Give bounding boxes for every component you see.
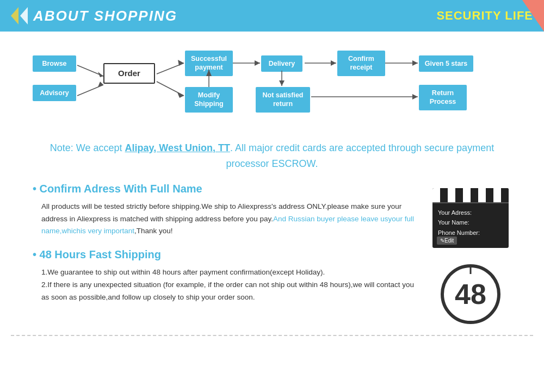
page-title: ABOUT SHOPPING <box>33 8 177 24</box>
svg-marker-17 <box>412 60 418 66</box>
note-section: Note: We accept Alipay, West Union, TT. … <box>0 129 544 177</box>
section2-body: 1.We guarantee to ship out within 48 hou… <box>33 266 419 304</box>
flow-diagram: Browse Advisory Order Successful payment… <box>33 48 511 119</box>
svg-line-6 <box>157 82 184 96</box>
payment-methods: Alipay, West Union, TT <box>125 142 230 153</box>
content-area: Confirm Adress With Full Name All produc… <box>0 177 544 329</box>
chevron-right-icon <box>20 7 28 24</box>
svg-marker-15 <box>331 60 336 66</box>
svg-line-2 <box>77 85 103 96</box>
clapper-edit-button[interactable]: ✎Edit <box>437 237 457 245</box>
right-visuals: Your Adress: Your Name: Phone Number: ✎E… <box>430 183 511 324</box>
brand-title: SECURITY LIFE <box>436 9 533 23</box>
note-text: Note: We accept Alipay, West Union, TT. … <box>33 140 511 172</box>
svg-marker-11 <box>255 60 260 66</box>
section1-title: Confirm Adress With Full Name <box>33 183 419 195</box>
section2-title: 48 Hours Fast Shipping <box>33 248 419 261</box>
flow-section: Browse Advisory Order Successful payment… <box>0 32 544 129</box>
flow-arrows-svg <box>33 48 511 119</box>
svg-marker-13 <box>279 80 285 86</box>
content-left: Confirm Adress With Full Name All produc… <box>33 183 419 324</box>
header-chevrons <box>11 7 28 24</box>
chevron-left-icon <box>11 7 18 24</box>
clapper-board: Your Adress: Your Name: Phone Number: ✎E… <box>432 188 509 248</box>
hours-circle: 48 <box>441 264 500 324</box>
clapper-top <box>432 188 509 203</box>
header-corner-decoration <box>522 0 544 32</box>
section1-body: All products will be tested strictly bef… <box>33 201 419 238</box>
section-confirm-address: Confirm Adress With Full Name All produc… <box>33 183 419 238</box>
bottom-divider <box>11 335 533 336</box>
section-fast-shipping: 48 Hours Fast Shipping 1.We guarantee to… <box>33 248 419 304</box>
header-left: ABOUT SHOPPING <box>11 7 177 24</box>
svg-marker-19 <box>412 94 418 99</box>
svg-marker-9 <box>206 70 212 76</box>
page-header: ABOUT SHOPPING SECURITY LIFE <box>0 0 544 32</box>
